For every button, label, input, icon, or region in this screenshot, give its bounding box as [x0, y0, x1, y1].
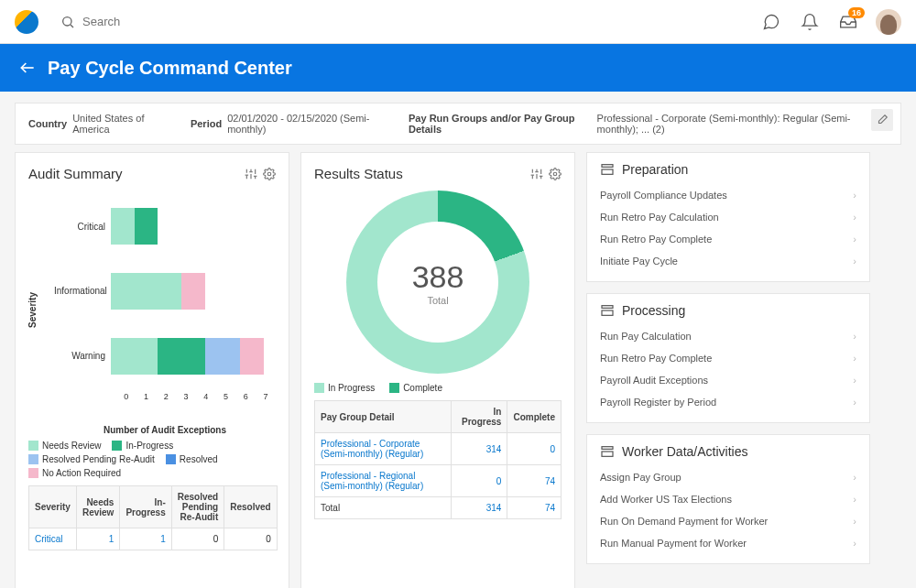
- chevron-right-icon: ›: [853, 494, 856, 505]
- audit-row-critical-inprog[interactable]: 1: [120, 528, 171, 550]
- svg-rect-24: [602, 169, 613, 174]
- chevron-right-icon: ›: [853, 256, 856, 267]
- worklet-icon: [600, 303, 615, 318]
- worklet-icon: [600, 162, 615, 177]
- audit-chart-xaxis: 01234567: [116, 392, 276, 401]
- audit-row-critical-sev[interactable]: Critical: [29, 528, 77, 550]
- results-total-number: 388: [412, 259, 464, 295]
- audit-bar-informational[interactable]: [111, 273, 276, 310]
- audit-th-inprog: In-Progress: [120, 486, 171, 528]
- results-row1-inprog[interactable]: 0: [451, 465, 507, 497]
- table-row[interactable]: Critical 1 1 0 0: [29, 528, 278, 550]
- filter-payrun-value: Professional - Corporate (Semi-monthly):…: [597, 113, 888, 135]
- chevron-right-icon: ›: [853, 212, 856, 223]
- svg-rect-27: [602, 447, 613, 450]
- audit-row-critical-resolved: 0: [224, 528, 277, 550]
- audit-cat-informational: Informational: [54, 286, 111, 296]
- link-run-retro-pay-complete-2[interactable]: Run Retro Pay Complete›: [600, 347, 856, 369]
- link-run-manual-payment[interactable]: Run Manual Payment for Worker›: [600, 532, 856, 554]
- chat-icon[interactable]: [760, 11, 782, 33]
- audit-summary-title: Audit Summary: [28, 166, 123, 181]
- audit-summary-card: Audit Summary Severity Critical Informat…: [15, 152, 289, 588]
- gear-icon[interactable]: [263, 168, 276, 180]
- svg-point-12: [267, 172, 271, 176]
- audit-legend-noaction: No Action Required: [42, 468, 121, 478]
- audit-legend-inprog: In-Progress: [125, 441, 173, 451]
- audit-row-critical-needs[interactable]: 1: [76, 528, 119, 550]
- link-payroll-audit-exceptions[interactable]: Payroll Audit Exceptions›: [600, 369, 856, 391]
- preparation-card: Preparation Payroll Compliance Updates› …: [586, 152, 870, 282]
- audit-legend: Needs Review In-Progress Resolved Pendin…: [28, 441, 276, 478]
- bell-icon[interactable]: [799, 11, 821, 33]
- chevron-right-icon: ›: [853, 516, 856, 527]
- results-donut-center: 388 Total: [314, 191, 562, 374]
- processing-title: Processing: [622, 303, 685, 318]
- audit-bar-warning[interactable]: [111, 338, 276, 375]
- link-payroll-compliance-updates[interactable]: Payroll Compliance Updates›: [600, 184, 856, 206]
- results-row-total-group: Total: [315, 497, 452, 519]
- filter-country-label: Country: [28, 118, 67, 129]
- svg-rect-26: [602, 310, 613, 315]
- search-icon: [60, 15, 75, 29]
- link-add-worker-us-tax-elections[interactable]: Add Worker US Tax Elections›: [600, 488, 856, 510]
- results-row0-inprog[interactable]: 314: [451, 433, 507, 465]
- link-initiate-pay-cycle[interactable]: Initiate Pay Cycle›: [600, 250, 856, 272]
- table-row[interactable]: Professional - Corporate (Semi-monthly) …: [315, 433, 562, 465]
- audit-legend-pending: Resolved Pending Re-Audit: [42, 454, 155, 464]
- inbox-icon[interactable]: 16: [837, 11, 859, 33]
- link-run-on-demand-payment[interactable]: Run On Demand Payment for Worker›: [600, 510, 856, 532]
- link-run-pay-calculation[interactable]: Run Pay Calculation›: [600, 325, 856, 347]
- link-payroll-register-by-period[interactable]: Payroll Register by Period›: [600, 391, 856, 413]
- worker-data-title: Worker Data/Activities: [622, 444, 747, 459]
- audit-chart: Severity Critical Informational: [54, 191, 276, 419]
- results-legend-inprog: In Progress: [328, 383, 375, 393]
- results-table: Pay Group Detail In Progress Complete Pr…: [314, 400, 562, 519]
- sliders-icon[interactable]: [530, 168, 543, 180]
- audit-cat-critical: Critical: [54, 222, 111, 232]
- results-row0-group[interactable]: Professional - Corporate (Semi-monthly) …: [315, 433, 452, 465]
- filter-country-value: United States of America: [72, 113, 173, 135]
- workday-logo[interactable]: [15, 10, 38, 34]
- svg-point-22: [553, 172, 557, 176]
- chevron-right-icon: ›: [853, 397, 856, 408]
- results-row1-complete[interactable]: 74: [507, 465, 562, 497]
- svg-point-0: [63, 16, 71, 25]
- results-row1-group[interactable]: Professional - Regional (Semi-monthly) (…: [315, 465, 452, 497]
- chevron-right-icon: ›: [853, 190, 856, 201]
- results-row-total-complete[interactable]: 74: [507, 497, 562, 519]
- edit-filters-button[interactable]: [871, 109, 893, 131]
- search-input[interactable]: [82, 15, 266, 28]
- preparation-title: Preparation: [622, 162, 688, 177]
- results-total-label: Total: [427, 295, 448, 306]
- results-row-total-inprog[interactable]: 314: [451, 497, 507, 519]
- audit-chart-ylabel: Severity: [27, 292, 38, 328]
- link-assign-pay-group[interactable]: Assign Pay Group›: [600, 466, 856, 488]
- audit-cat-warning: Warning: [54, 351, 111, 361]
- link-run-retro-pay-calculation[interactable]: Run Retro Pay Calculation›: [600, 206, 856, 228]
- top-bar-right: 16: [760, 9, 901, 35]
- audit-th-pending: Resolved Pending Re-Audit: [171, 486, 224, 528]
- page-title: Pay Cycle Command Center: [48, 58, 292, 79]
- results-status-title: Results Status: [314, 166, 403, 181]
- link-run-retro-pay-complete[interactable]: Run Retro Pay Complete›: [600, 228, 856, 250]
- audit-bar-critical[interactable]: [111, 208, 276, 245]
- processing-card: Processing Run Pay Calculation› Run Retr…: [586, 293, 870, 423]
- table-row[interactable]: Professional - Regional (Semi-monthly) (…: [315, 465, 562, 497]
- search-wrap: [60, 15, 760, 29]
- avatar[interactable]: [876, 9, 901, 35]
- side-column: Preparation Payroll Compliance Updates› …: [586, 152, 870, 588]
- worklet-icon: [600, 444, 615, 459]
- top-bar: 16: [0, 0, 916, 44]
- results-row0-complete[interactable]: 0: [507, 433, 562, 465]
- svg-rect-25: [602, 306, 613, 309]
- table-row: Total 314 74: [315, 497, 562, 519]
- audit-legend-resolved: Resolved: [180, 454, 218, 464]
- pencil-icon: [876, 114, 889, 126]
- results-th-complete: Complete: [507, 401, 562, 433]
- results-legend: In Progress Complete: [314, 383, 562, 393]
- results-th-group: Pay Group Detail: [315, 401, 452, 433]
- chevron-right-icon: ›: [853, 375, 856, 386]
- gear-icon[interactable]: [549, 168, 562, 180]
- sliders-icon[interactable]: [245, 168, 257, 180]
- back-arrow-icon[interactable]: [18, 59, 37, 77]
